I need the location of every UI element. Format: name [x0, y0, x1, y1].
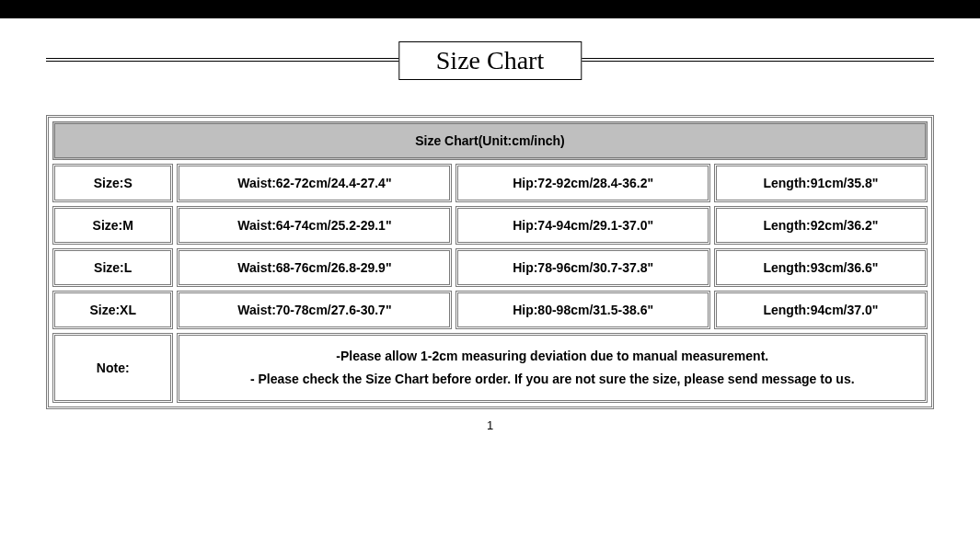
- size-chart-table: Size Chart(Unit:cm/inch) Size:S Waist:62…: [46, 115, 934, 409]
- cell-waist: Waist:62-72cm/24.4-27.4": [177, 164, 452, 202]
- cell-hip: Hip:72-92cm/28.4-36.2": [455, 164, 709, 202]
- cell-size: Size:M: [52, 206, 173, 245]
- cell-length: Length:92cm/36.2": [714, 206, 928, 245]
- cell-length: Length:91cm/35.8": [714, 164, 928, 202]
- cell-waist: Waist:68-76cm/26.8-29.9": [177, 248, 452, 287]
- note-line-1: -Please allow 1-2cm measuring deviation …: [187, 345, 917, 368]
- table-header: Size Chart(Unit:cm/inch): [52, 121, 928, 160]
- page-title: Size Chart: [398, 41, 582, 80]
- cell-length: Length:93cm/36.6": [714, 248, 928, 287]
- cell-waist: Waist:70-78cm/27.6-30.7": [177, 291, 452, 329]
- cell-hip: Hip:74-94cm/29.1-37.0": [455, 206, 709, 245]
- size-chart-table-wrap: Size Chart(Unit:cm/inch) Size:S Waist:62…: [46, 115, 934, 409]
- table-row: Size:S Waist:62-72cm/24.4-27.4" Hip:72-9…: [52, 164, 928, 202]
- note-label: Note:: [52, 333, 173, 403]
- page-number: 1: [0, 418, 980, 432]
- cell-length: Length:94cm/37.0": [714, 291, 928, 329]
- cell-size: Size:S: [52, 164, 173, 202]
- note-text: -Please allow 1-2cm measuring deviation …: [177, 333, 928, 403]
- cell-waist: Waist:64-74cm/25.2-29.1": [177, 206, 452, 245]
- note-line-2: - Please check the Size Chart before ord…: [187, 368, 917, 391]
- top-black-bar: [0, 0, 980, 18]
- table-row: Size:L Waist:68-76cm/26.8-29.9" Hip:78-9…: [52, 248, 928, 287]
- cell-hip: Hip:80-98cm/31.5-38.6": [455, 291, 709, 329]
- cell-size: Size:XL: [52, 291, 173, 329]
- table-row: Size:XL Waist:70-78cm/27.6-30.7" Hip:80-…: [52, 291, 928, 329]
- note-row: Note: -Please allow 1-2cm measuring devi…: [52, 333, 928, 403]
- cell-hip: Hip:78-96cm/30.7-37.8": [455, 248, 709, 287]
- cell-size: Size:L: [52, 248, 173, 287]
- table-row: Size:M Waist:64-74cm/25.2-29.1" Hip:74-9…: [52, 206, 928, 245]
- title-section: Size Chart: [0, 41, 980, 97]
